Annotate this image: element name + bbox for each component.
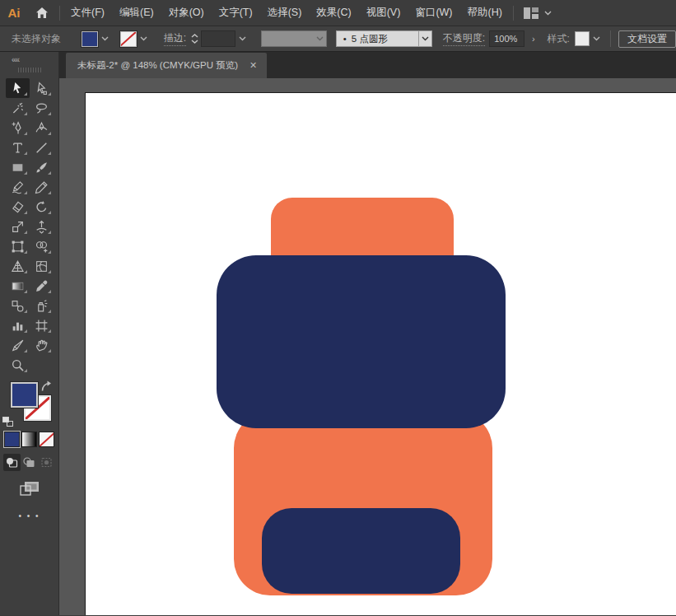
menu-item-8[interactable]: 窗口(W) [408,0,459,26]
home-icon[interactable] [28,7,56,19]
rectangle-tool[interactable] [6,157,30,177]
document-tab[interactable]: 未标题-2* @ 148% (CMYK/GPU 预览) ✕ [66,53,267,78]
document-setup-button[interactable]: 文档设置 [618,30,676,48]
stroke-weight-input[interactable] [201,30,235,47]
column-graph-tool-icon [11,319,25,333]
blend-tool[interactable] [6,296,30,315]
shaper-tool-icon [11,180,25,194]
stroke-color-dropdown[interactable] [138,31,150,47]
bag-main-panel[interactable] [217,255,506,428]
curvature-tool-icon [35,121,49,135]
swap-fill-stroke-icon[interactable] [40,380,53,392]
chevron-down-icon [544,11,552,16]
fill-proxy-swatch[interactable] [11,382,38,408]
selection-tool[interactable] [6,78,30,98]
menu-items: 文件(F)编辑(E)对象(O)文字(T)选择(S)效果(C)视图(V)窗口(W)… [63,0,510,26]
type-tool[interactable] [6,138,30,157]
color-mode-button[interactable] [4,432,20,447]
menu-item-2[interactable]: 编辑(E) [112,0,161,26]
eraser-tool[interactable] [6,197,30,217]
shape-builder-tool-icon [35,240,49,254]
width-tool[interactable] [30,217,54,236]
zoom-tool-icon [11,358,25,372]
gradient-tool-icon [11,279,25,293]
menu-item-6[interactable]: 效果(C) [309,0,358,26]
chevron-down-icon [316,36,324,41]
draw-behind-button[interactable] [21,454,38,471]
stroke-weight-dropdown[interactable] [236,31,249,47]
stroke-weight-label[interactable]: 描边: [164,31,186,46]
stroke-color-swatch[interactable] [120,31,137,47]
pen-tool-icon [11,121,25,135]
gradient-mode-button[interactable] [21,432,37,447]
blend-tool-icon [11,299,25,313]
shape-builder-tool[interactable] [30,236,54,256]
symbol-sprayer-tool[interactable] [30,296,54,315]
bag-front-pocket[interactable] [262,508,460,594]
edit-toolbar-ellipsis[interactable]: • • • [0,511,58,520]
width-tool-icon [35,220,49,234]
column-graph-tool[interactable] [6,315,30,335]
scale-tool[interactable] [6,217,30,236]
paintbrush-tool[interactable] [30,157,54,177]
selection-status: 未选择对象 [12,32,74,46]
opacity-label[interactable]: 不透明度: [443,31,485,46]
menu-item-4[interactable]: 文字(T) [212,0,260,26]
magic-wand-tool[interactable] [6,98,30,118]
tools-grid [0,78,58,375]
width-profile-dropdown[interactable] [261,30,326,47]
document-tab-bar: 未标题-2* @ 148% (CMYK/GPU 预览) ✕ [59,52,676,78]
workspace-grid-icon [524,7,538,19]
menu-item-5[interactable]: 选择(S) [260,0,310,26]
control-bar: 未选择对象 描边: • 5 点圆形 [0,26,676,52]
artboard-tool-icon [35,319,49,333]
graphic-style-dropdown[interactable] [590,31,603,47]
direct-selection-tool[interactable] [30,78,54,98]
line-segment-tool[interactable] [30,138,54,157]
hand-tool[interactable] [30,335,54,355]
fill-color-swatch[interactable] [82,31,98,47]
fill-color-dropdown[interactable] [99,31,111,47]
graphic-style-swatch[interactable] [575,31,590,46]
workspace-switcher[interactable] [524,7,552,19]
collapse-dock-icon[interactable]: «« [12,55,19,64]
rotate-tool[interactable] [30,197,54,217]
brush-dropdown-button[interactable] [418,30,432,47]
opacity-expand-button[interactable]: › [528,34,538,44]
none-mode-button[interactable] [39,432,54,447]
toolbar-grip-handle[interactable] [18,68,41,72]
menu-item-9[interactable]: 帮助(H) [460,0,510,26]
pencil-tool[interactable] [30,177,54,197]
chevron-down-icon [101,36,109,41]
default-colors-icon[interactable] [2,417,13,427]
stroke-weight-stepper[interactable] [191,34,198,44]
opacity-input[interactable]: 100% [489,30,524,47]
selection-tool-icon [11,82,25,96]
screen-mode-icon[interactable] [0,481,58,497]
mesh-tool[interactable] [30,256,54,276]
chevron-down-icon [140,36,147,41]
shaper-tool[interactable] [6,177,30,197]
canvas-pasteboard[interactable] [59,78,676,615]
menu-item-1[interactable]: 文件(F) [63,0,112,26]
menu-item-7[interactable]: 视图(V) [359,0,408,26]
pencil-tool-icon [35,180,49,194]
pen-tool[interactable] [6,118,30,138]
free-transform-tool[interactable] [6,236,30,256]
tab-close-icon[interactable]: ✕ [249,60,257,71]
lasso-tool[interactable] [30,98,54,118]
slice-tool[interactable] [6,335,30,355]
rotate-tool-icon [35,200,49,214]
artboard-tool[interactable] [30,315,54,335]
menu-item-3[interactable]: 对象(O) [161,0,212,26]
zoom-tool[interactable] [6,355,30,375]
artboard[interactable] [85,92,676,615]
curvature-tool[interactable] [30,118,54,138]
draw-inside-button[interactable] [38,454,55,471]
eyedropper-tool[interactable] [30,276,54,296]
app-logo-icon[interactable]: Ai [0,6,28,20]
perspective-grid-tool[interactable] [6,256,30,276]
gradient-tool[interactable] [6,276,30,296]
brush-definition-combo[interactable]: • 5 点圆形 [336,30,432,47]
draw-normal-button[interactable] [3,454,21,471]
